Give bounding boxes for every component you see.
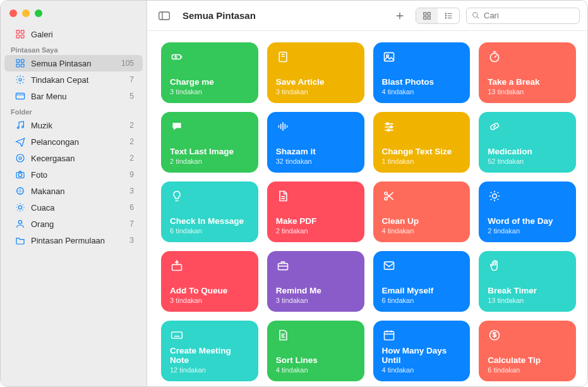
svg-rect-20: [159, 12, 170, 20]
svg-point-8: [19, 78, 21, 81]
shortcut-card[interactable]: Charge me 3 tindakan: [161, 42, 258, 103]
grid-view-button[interactable]: [416, 8, 438, 23]
shortcut-title: Change Text Size: [382, 147, 462, 157]
shortcut-subtitle: 3 tindakan: [170, 297, 249, 304]
svg-point-32: [445, 17, 446, 18]
shortcut-title: Make PDF: [276, 216, 356, 226]
sidebar-item-label: Tindakan Cepat: [31, 75, 124, 85]
sidebar-my-item[interactable]: Bar Menu 5: [4, 88, 143, 104]
sidebar-gallery[interactable]: Galeri: [4, 26, 143, 42]
fitness-icon: [15, 152, 26, 164]
view-toggle: [416, 8, 460, 24]
shortcut-card[interactable]: Remind Me 3 tindakan: [267, 251, 364, 312]
sidebar-folder-item[interactable]: Makanan 3: [4, 183, 143, 199]
close-window-button[interactable]: [9, 9, 17, 17]
music-icon: [15, 120, 26, 131]
svg-rect-4: [16, 59, 20, 63]
sidebar-item-count: 105: [121, 59, 134, 68]
image-icon: [382, 50, 396, 64]
zoom-window-button[interactable]: [35, 9, 42, 17]
sidebar-item-count: 3: [129, 236, 134, 245]
sidebar-my-item[interactable]: Tindakan Cepat 7: [4, 71, 143, 88]
sidebar-folder-item[interactable]: Pintasan Permulaan 3: [4, 232, 143, 249]
list-view-button[interactable]: [438, 8, 459, 23]
sun-icon: [15, 202, 26, 213]
main-area: Semua Pintasan Char: [147, 1, 587, 386]
svg-line-58: [494, 125, 496, 128]
shortcut-card[interactable]: Take a Break 13 tindakan: [479, 42, 576, 103]
svg-point-65: [493, 194, 497, 199]
shortcut-card[interactable]: Text Last Image 2 tindakan: [161, 112, 258, 173]
sidebar-folder-item[interactable]: Orang 7: [4, 216, 143, 232]
sidebar-item-label: Pelancongan: [31, 137, 124, 147]
shortcut-subtitle: 2 tindakan: [488, 227, 567, 235]
shortcut-card[interactable]: Clean Up 4 tindakan: [373, 181, 471, 242]
shortcut-card[interactable]: Medication 52 tindakan: [479, 112, 576, 173]
shortcut-title: Clean Up: [382, 216, 462, 226]
shortcut-card[interactable]: Word of the Day 2 tindakan: [479, 181, 576, 242]
sidebar-folder-item[interactable]: Kecergasan 2: [4, 150, 143, 166]
shortcut-subtitle: 6 tindakan: [170, 227, 249, 235]
person-icon: [15, 218, 26, 230]
svg-rect-5: [21, 59, 24, 63]
wave-icon: [276, 120, 290, 133]
toggle-sidebar-button[interactable]: [155, 8, 174, 24]
shortcut-card[interactable]: Email Myself 6 tindakan: [373, 251, 471, 312]
svg-point-52: [386, 123, 388, 125]
shortcut-card[interactable]: How Many Days Until 4 tindakan: [373, 321, 471, 381]
pill-icon: [488, 120, 501, 133]
svg-point-19: [18, 221, 21, 224]
svg-rect-2: [16, 35, 20, 38]
shortcut-card[interactable]: Create Meeting Note 12 tindakan: [161, 321, 258, 381]
svg-point-18: [18, 206, 21, 209]
svg-point-43: [176, 125, 177, 126]
svg-rect-24: [424, 12, 426, 15]
shortcut-subtitle: 13 tindakan: [488, 297, 567, 304]
search-field[interactable]: [466, 8, 580, 24]
minimize-window-button[interactable]: [22, 9, 30, 17]
sidebar-folder-item[interactable]: Cuaca 6: [4, 199, 143, 216]
sidebar-my-item[interactable]: Semua Pintasan 105: [4, 55, 143, 71]
shortcut-title: Text Last Image: [170, 147, 249, 157]
shortcut-subtitle: 2 tindakan: [276, 227, 356, 235]
dollar-icon: [488, 328, 501, 342]
shortcut-card[interactable]: Calculate Tip 6 tindakan: [479, 321, 576, 381]
sidebar-item-count: 5: [129, 92, 134, 101]
sidebar-item-count: 6: [129, 203, 134, 212]
folder-icon: [15, 235, 26, 246]
grid-icon: [15, 58, 26, 69]
sidebar-folder-item[interactable]: Muzik 2: [4, 117, 143, 133]
shortcut-title: Shazam it: [276, 147, 356, 157]
shortcut-title: Add To Queue: [170, 286, 249, 296]
shortcut-card[interactable]: Break Timer 13 tindakan: [479, 251, 576, 312]
shortcut-subtitle: 32 tindakan: [276, 157, 356, 165]
sidebar-folder-item[interactable]: Foto 9: [4, 166, 143, 183]
svg-rect-1: [21, 30, 24, 34]
svg-rect-69: [384, 262, 393, 269]
shortcut-card[interactable]: Blast Photos 4 tindakan: [373, 42, 471, 103]
shortcut-card[interactable]: Shazam it 32 tindakan: [267, 112, 364, 173]
sidebar-folder-item[interactable]: Pelancongan 2: [4, 133, 143, 150]
add-shortcut-button[interactable]: [390, 8, 409, 24]
gear-icon: [15, 74, 26, 85]
scissors-icon: [382, 189, 396, 203]
shortcut-card[interactable]: Check In Message 6 tindakan: [161, 181, 258, 242]
shortcut-title: Blast Photos: [382, 77, 462, 87]
queue-icon: [170, 259, 184, 273]
shortcut-card[interactable]: Add To Queue 3 tindakan: [161, 251, 258, 312]
search-input[interactable]: [484, 11, 574, 20]
shortcut-card[interactable]: Sort Lines 4 tindakan: [267, 321, 364, 381]
shortcut-card[interactable]: Make PDF 2 tindakan: [267, 181, 364, 242]
sidebar-item-count: 9: [129, 170, 134, 179]
sidebar-item-label: Orang: [31, 219, 124, 229]
shortcut-card[interactable]: Change Text Size 1 tindakan: [373, 112, 471, 173]
svg-point-28: [445, 13, 446, 13]
sidebar-gallery-label: Galeri: [31, 30, 134, 39]
svg-rect-79: [384, 331, 393, 340]
shortcut-card[interactable]: Save Article 3 tindakan: [267, 42, 364, 103]
sidebar-item-label: Cuaca: [31, 203, 124, 212]
shortcut-subtitle: 4 tindakan: [382, 366, 462, 374]
shortcut-subtitle: 3 tindakan: [276, 297, 356, 304]
timer-icon: [488, 50, 501, 64]
sidebar-item-label: Kecergasan: [31, 154, 124, 163]
